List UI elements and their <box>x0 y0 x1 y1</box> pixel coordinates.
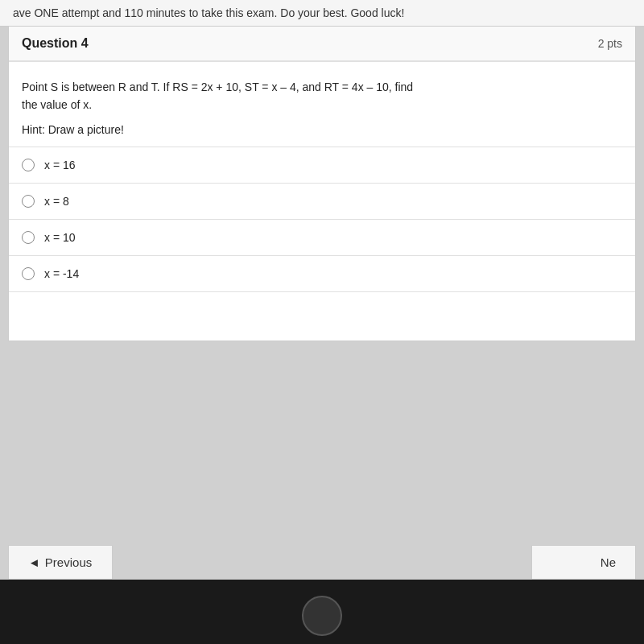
option-item[interactable]: x = 8 <box>9 184 635 220</box>
question-title: Question 4 <box>22 36 89 51</box>
banner-text: ave ONE attempt and 110 minutes to take … <box>13 6 404 19</box>
question-body: Point S is between R and T. If RS = 2x +… <box>9 62 635 147</box>
option-label-2: x = 8 <box>44 195 69 208</box>
radio-option-3[interactable] <box>22 231 35 244</box>
question-card: Question 4 2 pts Point S is between R an… <box>8 27 636 341</box>
option-item[interactable]: x = -14 <box>9 256 635 292</box>
option-label-1: x = 16 <box>44 159 76 171</box>
options-list: x = 16 x = 8 x = 10 x = -14 <box>9 147 635 292</box>
previous-icon: ◄ <box>28 555 40 569</box>
previous-button[interactable]: ◄ Previous <box>8 545 113 580</box>
radio-option-2[interactable] <box>22 195 35 208</box>
radio-option-1[interactable] <box>22 159 35 171</box>
spacer <box>9 292 635 341</box>
exam-banner: ave ONE attempt and 110 minutes to take … <box>0 0 644 27</box>
question-text-line2: the value of x. <box>22 96 622 114</box>
option-item[interactable]: x = 10 <box>9 220 635 256</box>
previous-label: Previous <box>45 555 92 569</box>
option-item[interactable]: x = 16 <box>9 147 635 184</box>
next-label: Ne <box>601 555 616 569</box>
radio-option-4[interactable] <box>22 267 35 280</box>
nav-footer: ◄ Previous Ne <box>0 545 644 580</box>
question-header: Question 4 2 pts <box>9 27 635 62</box>
question-points: 2 pts <box>598 37 622 50</box>
home-button-circle[interactable] <box>302 596 342 636</box>
option-label-4: x = -14 <box>44 267 79 280</box>
next-button[interactable]: Ne <box>531 545 636 580</box>
hint-text: Hint: Draw a picture! <box>22 121 622 138</box>
bottom-bar <box>0 580 644 644</box>
option-label-3: x = 10 <box>44 231 76 244</box>
question-text-line1: Point S is between R and T. If RS = 2x +… <box>22 78 622 96</box>
